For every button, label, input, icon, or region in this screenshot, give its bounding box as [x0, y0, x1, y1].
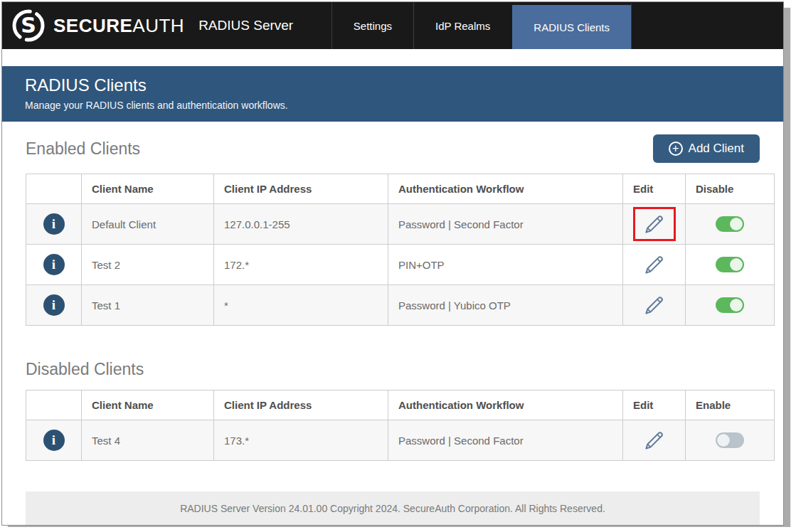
- toggle-knob: [717, 434, 730, 447]
- edit-highlight-box: [633, 207, 676, 241]
- main-content: Enabled Clients + Add Client Client Name…: [2, 122, 783, 525]
- edit-pencil-icon[interactable]: [642, 428, 667, 452]
- table-header-row: Client Name Client IP Address Authentica…: [26, 390, 775, 420]
- workflow-cell: Password | Yubico OTP: [388, 285, 623, 326]
- client-name-cell: Test 1: [82, 285, 214, 326]
- plus-icon: +: [669, 142, 683, 156]
- footer-text: RADIUS Server Version 24.01.00 Copyright…: [180, 503, 605, 514]
- product-name: RADIUS Server: [198, 18, 293, 33]
- col-edit: Edit: [623, 174, 686, 204]
- edit-wrap: [633, 288, 676, 322]
- col-client-name: Client Name: [82, 174, 214, 204]
- col-disable: Disable: [686, 174, 775, 204]
- brand-name: SECUREAUTH: [53, 15, 184, 37]
- disable-toggle[interactable]: [716, 297, 744, 313]
- toggle-knob: [730, 218, 743, 230]
- client-name-cell: Test 4: [82, 420, 214, 461]
- enabled-clients-table: Client Name Client IP Address Authentica…: [26, 174, 775, 326]
- table-row: i Default Client 127.0.0.1-255 Password …: [26, 204, 775, 245]
- col-client-ip: Client IP Address: [214, 174, 388, 204]
- workflow-cell: Password | Second Factor: [388, 420, 623, 461]
- col-enable: Enable: [686, 390, 775, 420]
- workflow-cell: PIN+OTP: [388, 245, 623, 285]
- client-ip-cell: 172.*: [214, 245, 388, 285]
- page-subtitle: Manage your RADIUS clients and authentic…: [25, 100, 760, 111]
- col-client-name: Client Name: [82, 390, 214, 420]
- top-nav: S SECUREAUTH RADIUS Server Settings IdP …: [2, 2, 783, 49]
- enabled-clients-heading: Enabled Clients: [26, 139, 140, 159]
- table-row: i Test 2 172.* PIN+OTP: [26, 245, 775, 285]
- col-info: [26, 390, 82, 420]
- col-client-ip: Client IP Address: [214, 390, 388, 420]
- secureauth-logo-icon: S: [11, 8, 46, 43]
- tab-radius-clients[interactable]: RADIUS Clients: [511, 2, 632, 49]
- enable-toggle[interactable]: [716, 432, 744, 448]
- svg-text:S: S: [21, 13, 36, 38]
- client-ip-cell: *: [214, 285, 388, 326]
- app-window: S SECUREAUTH RADIUS Server Settings IdP …: [1, 1, 784, 526]
- nav-tabs: Settings IdP Realms RADIUS Clients: [331, 2, 632, 49]
- disable-toggle[interactable]: [716, 216, 744, 232]
- info-icon[interactable]: i: [43, 213, 65, 235]
- add-client-button[interactable]: + Add Client: [653, 134, 760, 163]
- page-title: RADIUS Clients: [25, 75, 760, 95]
- client-ip-cell: 173.*: [214, 420, 388, 461]
- edit-pencil-icon[interactable]: [642, 212, 667, 236]
- edit-wrap: [633, 248, 676, 282]
- workflow-cell: Password | Second Factor: [388, 204, 623, 245]
- tab-settings[interactable]: Settings: [331, 2, 413, 49]
- disable-toggle[interactable]: [716, 257, 744, 272]
- edit-pencil-icon[interactable]: [642, 293, 667, 317]
- col-info: [26, 174, 82, 204]
- client-name-cell: Default Client: [82, 204, 214, 245]
- disabled-clients-table: Client Name Client IP Address Authentica…: [26, 390, 775, 461]
- client-name-cell: Test 2: [82, 245, 214, 285]
- info-icon[interactable]: i: [43, 430, 65, 451]
- info-icon[interactable]: i: [43, 294, 65, 316]
- col-auth-workflow: Authentication Workflow: [388, 390, 623, 420]
- toggle-knob: [730, 258, 743, 271]
- add-client-label: Add Client: [689, 142, 744, 156]
- enabled-section-header: Enabled Clients + Add Client: [26, 134, 760, 163]
- toggle-knob: [730, 299, 743, 312]
- tab-idp-realms[interactable]: IdP Realms: [413, 2, 511, 49]
- footer: RADIUS Server Version 24.01.00 Copyright…: [26, 491, 760, 525]
- client-ip-cell: 127.0.0.1-255: [214, 204, 388, 245]
- table-row: i Test 4 173.* Password | Second Factor: [26, 420, 775, 461]
- brand: S SECUREAUTH RADIUS Server: [2, 2, 293, 49]
- page-header: RADIUS Clients Manage your RADIUS client…: [2, 66, 783, 122]
- col-edit: Edit: [623, 390, 686, 420]
- table-header-row: Client Name Client IP Address Authentica…: [26, 174, 775, 204]
- col-auth-workflow: Authentication Workflow: [388, 174, 623, 204]
- disabled-clients-heading: Disabled Clients: [26, 360, 760, 379]
- info-icon[interactable]: i: [43, 254, 65, 275]
- table-row: i Test 1 * Password | Yubico OTP: [26, 285, 775, 326]
- edit-pencil-icon[interactable]: [642, 252, 667, 277]
- edit-wrap: [633, 423, 676, 457]
